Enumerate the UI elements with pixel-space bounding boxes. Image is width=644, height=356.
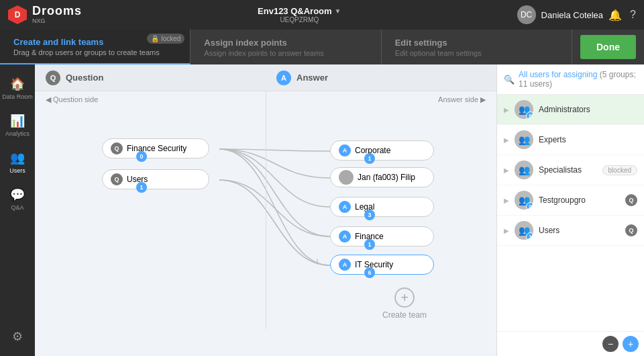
qa-icon: 💬	[10, 187, 25, 202]
group-count-badge-users: 1	[526, 232, 533, 240]
users-icon: 👥	[10, 150, 25, 165]
all-users-label: All users for assigning (5 groups; 11 us…	[519, 70, 637, 89]
expand-users-icon[interactable]: ▶	[504, 227, 509, 234]
analytics-icon: 📊	[10, 114, 25, 128]
more-options-icon[interactable]: ···	[311, 258, 323, 263]
group-users[interactable]: ▶ 👥 1 Users Q	[497, 216, 644, 246]
bell-icon[interactable]: 🔔	[608, 9, 622, 21]
locked-badge: 🔒 locked	[147, 34, 184, 44]
sidebar-item-dataroom[interactable]: 🏠 Data Room	[0, 70, 35, 107]
step-subtitle-2: Assign index points to answer teams	[204, 49, 367, 57]
sidebar-item-users[interactable]: 👥 Users	[0, 144, 35, 181]
q-badge-testgroupgro: Q	[625, 194, 637, 206]
logo-text: Drooms	[32, 5, 82, 18]
env-id: UEQPZRMQ	[280, 16, 319, 24]
group-icon-specialistas: 👥	[519, 165, 530, 175]
a-node-icon-jan	[339, 170, 354, 185]
step-subtitle-1: Drag & drop users or groups to create te…	[13, 48, 176, 56]
group-avatar-administrators: 👥 6	[515, 100, 533, 119]
user-name: Daniela Cotelea	[541, 10, 604, 20]
step-title-2: Assign index points	[204, 38, 367, 48]
group-info-specialistas: Specialistas	[539, 165, 597, 175]
step-assign-points[interactable]: Assign index points Assign index points …	[191, 30, 381, 64]
settings-icon: ⚙	[12, 329, 23, 344]
group-administrators[interactable]: ▶ 👥 6 Administrators	[497, 95, 644, 125]
sidebar: 🏠 Data Room 📊 Analytics 👥 Users 💬 Q&A ⚙	[0, 64, 35, 356]
lock-icon: 🔒	[151, 35, 159, 42]
group-experts[interactable]: ▶ 👥 Experts	[497, 125, 644, 155]
canvas-area: Q Question A Answer ◀ Question side Answ…	[35, 64, 496, 356]
panel-bottom: − +	[497, 331, 644, 356]
answer-column-header: A Answer	[266, 64, 496, 91]
group-list: ▶ 👥 6 Administrators ▶ 👥 Experts	[497, 95, 644, 331]
group-avatar-specialistas: 👥	[515, 161, 533, 179]
env-selector[interactable]: Env123 Q&Aroom ▼ UEQPZRMQ	[258, 6, 341, 24]
node-badge-0: 0	[136, 151, 147, 162]
group-count-badge: 6	[526, 112, 533, 119]
user-area: DC Daniela Cotelea 🔔 ?	[517, 5, 636, 24]
minus-button[interactable]: −	[602, 336, 619, 352]
logo-subtitle: NXG	[32, 18, 82, 25]
dataroom-icon: 🏠	[10, 77, 25, 91]
group-testgroupgro[interactable]: ▶ 👥 0 Testgroupgro Q	[497, 185, 644, 216]
a-node-icon-legal: A	[339, 201, 351, 213]
create-team-button[interactable]: + Create team	[382, 287, 427, 320]
node-badge-it: 6	[364, 267, 375, 278]
search-icon: 🔍	[504, 75, 515, 85]
node-it-security[interactable]: A IT Security 6	[330, 255, 434, 275]
group-specialistas[interactable]: ▶ 👥 Specialistas blocked	[497, 155, 644, 185]
node-jan-filip[interactable]: Jan (fa003) Filip	[330, 167, 434, 187]
canvas-content: Q Finance Security 0 Q Users 1 A Corpora…	[35, 107, 496, 329]
panel-search: 🔍 All users for assigning (5 groups; 11 …	[497, 64, 644, 95]
group-info-testgroupgro: Testgroupgro	[539, 195, 620, 205]
side-nav: ◀ Question side Answer side ▶	[35, 91, 496, 107]
create-team-circle-icon: +	[394, 287, 415, 308]
chevron-left-icon: ◀	[46, 95, 51, 104]
avatar: DC	[517, 5, 536, 24]
node-legal[interactable]: A Legal 3	[330, 197, 434, 217]
group-info-users: Users	[539, 226, 620, 235]
logo-shield-icon: D	[8, 5, 27, 24]
group-info-experts: Experts	[539, 135, 637, 144]
sidebar-label-analytics: Analytics	[5, 130, 30, 137]
node-badge-1: 1	[136, 182, 147, 193]
answer-icon: A	[276, 71, 291, 85]
sidebar-label-dataroom: Data Room	[2, 93, 33, 100]
node-users-q[interactable]: Q Users 1	[102, 169, 209, 189]
sidebar-item-settings[interactable]: ⚙	[0, 322, 35, 351]
a-node-icon-finance: A	[339, 230, 351, 242]
sidebar-item-analytics[interactable]: 📊 Analytics	[0, 107, 35, 144]
step-title-3: Edit settings	[395, 38, 558, 48]
node-corporate[interactable]: A Corporate 1	[330, 140, 434, 161]
question-column-header: Q Question	[35, 64, 266, 91]
node-badge-finance: 1	[364, 239, 375, 250]
sidebar-label-qa: Q&A	[11, 204, 23, 211]
sidebar-label-users: Users	[9, 167, 25, 174]
blocked-badge: blocked	[602, 165, 637, 175]
node-badge-corp: 1	[364, 153, 375, 164]
chevron-down-icon: ▼	[335, 7, 341, 15]
topbar-icons: 🔔 ?	[608, 9, 636, 21]
expand-experts-icon[interactable]: ▶	[504, 136, 509, 144]
node-finance[interactable]: A Finance 1	[330, 226, 434, 247]
node-finance-security[interactable]: Q Finance Security 0	[102, 138, 209, 159]
chevron-right-icon: ▶	[480, 95, 486, 104]
group-avatar-users: 👥 1	[515, 221, 533, 240]
step-create-teams[interactable]: Create and link teams Drag & drop users …	[0, 30, 191, 64]
sidebar-item-qa[interactable]: 💬 Q&A	[0, 181, 35, 218]
env-name: Env123 Q&Aroom ▼	[258, 6, 341, 16]
question-icon: Q	[46, 71, 60, 85]
done-button[interactable]: Done	[580, 35, 636, 59]
help-icon[interactable]: ?	[630, 9, 636, 21]
expand-specialistas-icon[interactable]: ▶	[504, 167, 509, 174]
plus-button[interactable]: +	[623, 336, 639, 352]
expand-administrators-icon[interactable]: ▶	[504, 106, 509, 114]
step-edit-settings[interactable]: Edit settings Edit optional team setting…	[382, 30, 572, 64]
answer-side-nav[interactable]: Answer side ▶	[438, 95, 486, 104]
question-side-nav[interactable]: ◀ Question side	[46, 95, 98, 104]
node-badge-legal: 3	[364, 210, 375, 220]
q-node-icon: Q	[111, 142, 123, 154]
expand-testgroupgro-icon[interactable]: ▶	[504, 197, 509, 204]
q-badge-users: Q	[625, 224, 637, 236]
group-info-administrators: Administrators	[539, 105, 637, 114]
